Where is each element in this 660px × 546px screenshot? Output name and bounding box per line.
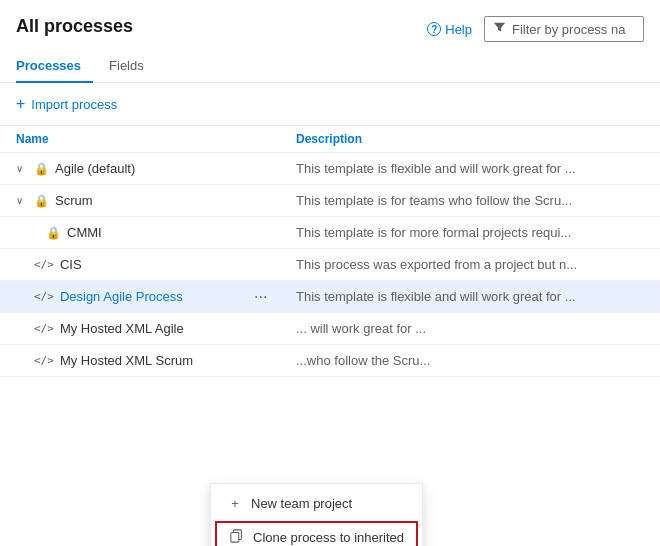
menu-item-clone[interactable]: Clone process to inherited xyxy=(215,521,418,546)
row-description-scrum: This template is for teams who follow th… xyxy=(296,193,644,208)
plus-icon: + xyxy=(16,95,25,113)
header-actions: ? Help Filter by process na xyxy=(427,16,644,42)
process-name-xml-agile: My Hosted XML Agile xyxy=(60,321,184,336)
row-description-xml-scrum: ...who follow the Scru... xyxy=(296,353,644,368)
filter-placeholder: Filter by process na xyxy=(512,22,625,37)
import-label: Import process xyxy=(31,97,117,112)
col-header-description[interactable]: Description xyxy=(296,132,644,146)
table-row: </> CIS This process was exported from a… xyxy=(0,249,660,281)
tab-processes[interactable]: Processes xyxy=(16,50,93,83)
toolbar: + Import process xyxy=(0,83,660,126)
menu-item-new-project[interactable]: + New team project xyxy=(211,488,422,519)
help-icon: ? xyxy=(427,22,441,36)
process-name-scrum: Scrum xyxy=(55,193,93,208)
expand-icon[interactable]: ∨ xyxy=(16,163,28,174)
process-name-design-agile[interactable]: Design Agile Process xyxy=(60,289,183,304)
process-name-cmmi: CMMI xyxy=(67,225,102,240)
row-name-cmmi: 🔒 CMMI xyxy=(16,225,296,240)
tabs: Processes Fields xyxy=(0,50,660,83)
row-name-xml-scrum: </> My Hosted XML Scrum xyxy=(16,353,296,368)
lock-icon: 🔒 xyxy=(34,194,49,208)
table-body: ∨ 🔒 Agile (default) This template is fle… xyxy=(0,153,660,377)
row-name-cis: </> CIS xyxy=(16,257,296,272)
row-description-agile: This template is flexible and will work … xyxy=(296,161,644,176)
menu-label-clone: Clone process to inherited xyxy=(253,530,404,545)
import-process-button[interactable]: + Import process xyxy=(16,91,117,117)
svg-rect-1 xyxy=(231,533,239,543)
menu-label-new-project: New team project xyxy=(251,496,352,511)
row-description-cmmi: This template is for more formal project… xyxy=(296,225,644,240)
expand-icon[interactable]: ∨ xyxy=(16,195,28,206)
code-icon: </> xyxy=(34,322,54,335)
filter-icon xyxy=(493,21,506,37)
tab-fields[interactable]: Fields xyxy=(109,50,156,83)
col-header-name[interactable]: Name xyxy=(16,132,296,146)
table-row: 🔒 CMMI This template is for more formal … xyxy=(0,217,660,249)
table-row: ∨ 🔒 Agile (default) This template is fle… xyxy=(0,153,660,185)
help-label: Help xyxy=(445,22,472,37)
context-menu: + New team project Clone process to inhe… xyxy=(210,483,423,546)
clone-icon xyxy=(229,529,245,546)
lock-icon: 🔒 xyxy=(34,162,49,176)
ellipsis-button[interactable]: ··· xyxy=(248,286,273,308)
help-link[interactable]: ? Help xyxy=(427,22,472,37)
table-row: </> My Hosted XML Agile ... will work gr… xyxy=(0,313,660,345)
code-icon: </> xyxy=(34,258,54,271)
process-name-xml-scrum: My Hosted XML Scrum xyxy=(60,353,193,368)
process-name-agile: Agile (default) xyxy=(55,161,135,176)
table-row: </> My Hosted XML Scrum ...who follow th… xyxy=(0,345,660,377)
row-description-cis: This process was exported from a project… xyxy=(296,257,644,272)
row-description-xml-agile: ... will work great for ... xyxy=(296,321,644,336)
row-description-design-agile: This template is flexible and will work … xyxy=(296,289,644,304)
row-name-scrum: ∨ 🔒 Scrum xyxy=(16,193,296,208)
row-name-xml-agile: </> My Hosted XML Agile xyxy=(16,321,296,336)
code-icon: </> xyxy=(34,354,54,367)
filter-box[interactable]: Filter by process na xyxy=(484,16,644,42)
page-title: All processes xyxy=(16,16,133,37)
row-name-agile: ∨ 🔒 Agile (default) xyxy=(16,161,296,176)
code-icon: </> xyxy=(34,290,54,303)
table-row-design-agile: </> Design Agile Process This template i… xyxy=(0,281,660,313)
process-name-cis: CIS xyxy=(60,257,82,272)
table-header: Name Description xyxy=(0,126,660,153)
plus-menu-icon: + xyxy=(227,496,243,511)
table-row: ∨ 🔒 Scrum This template is for teams who… xyxy=(0,185,660,217)
page-header: All processes ? Help Filter by process n… xyxy=(0,0,660,42)
lock-icon: 🔒 xyxy=(46,226,61,240)
